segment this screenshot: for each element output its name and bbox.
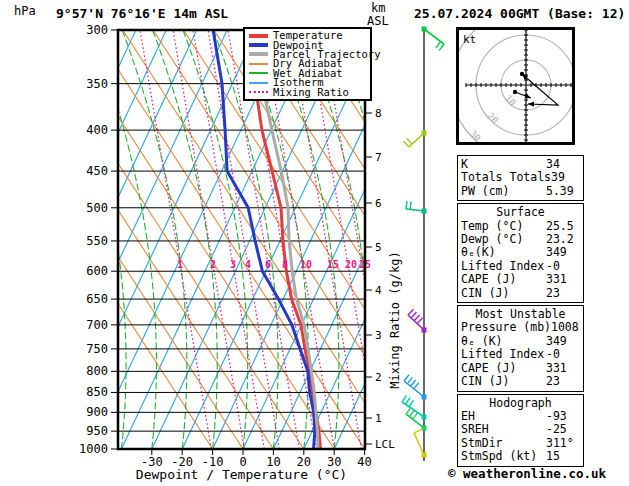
wet-adiabat-line <box>0 30 35 449</box>
stats-row-label: StmDir <box>461 437 503 450</box>
stats-section-title: Surface <box>461 206 580 219</box>
stats-row: CIN (J)23 <box>461 287 580 300</box>
stats-row-value: 34 <box>546 158 580 171</box>
legend-swatch-thin <box>249 72 268 74</box>
stats-row: CAPE (J)331 <box>461 273 580 286</box>
km-tick-label: 8 <box>375 107 382 120</box>
mixing-ratio-label: 4 <box>245 259 251 270</box>
stats-row-value: 1008 <box>551 321 585 334</box>
stats-row-label: CAPE (J) <box>461 362 516 375</box>
stats-row-label: Dewp (°C) <box>461 233 523 246</box>
stats-row-label: EH <box>461 410 475 423</box>
wet-adiabat-line <box>183 30 248 449</box>
skewt-sounding-screen: hPa 9°57'N 76°16'E 14m ASL km ASL 25.07.… <box>0 0 629 486</box>
wind-barb <box>404 375 427 400</box>
isotherm-line <box>0 30 166 449</box>
stats-row: Pressure (mb)1008 <box>461 321 580 334</box>
km-tick-label: 4 <box>375 284 382 297</box>
stats-row-value: 349 <box>546 335 580 348</box>
stats-row: PW (cm)5.39 <box>461 185 580 198</box>
stats-row-label: K <box>461 158 468 171</box>
wind-barb <box>414 430 427 458</box>
stats-row-label: CAPE (J) <box>461 273 516 286</box>
stats-row-label: Lifted Index <box>461 348 544 361</box>
pressure-tick-label: 600 <box>86 264 108 278</box>
stats-row-value: 15 <box>546 450 580 463</box>
pressure-tick-label: 800 <box>86 364 108 378</box>
pressure-tick-label: 400 <box>86 123 108 137</box>
stats-section-surface: SurfaceTemp (°C)25.5Dewp (°C)23.2θₑ(K)34… <box>457 203 584 303</box>
km-tick-label: 2 <box>375 371 382 384</box>
stats-row-value: 311° <box>546 437 580 450</box>
isotherm-line <box>0 30 45 449</box>
wet-adiabat-line <box>0 30 4 449</box>
stats-row-value: 25.5 <box>546 220 580 233</box>
copyright-footer: © weatheronline.co.uk <box>448 466 606 481</box>
isotherm-line <box>0 30 136 449</box>
stats-row-label: CIN (J) <box>461 375 509 388</box>
stats-row-label: Lifted Index <box>461 260 544 273</box>
stats-row-label: StmSpd (kt) <box>461 450 537 463</box>
pressure-tick-label: 750 <box>86 342 108 356</box>
hodograph-trace-dot <box>513 90 517 94</box>
stats-row: K34 <box>461 158 580 171</box>
mixing-ratio-line <box>173 30 244 449</box>
km-tick-label: 7 <box>375 151 382 164</box>
stats-row-label: SREH <box>461 423 489 436</box>
stats-panel: K34Totals Totals39PW (cm)5.39SurfaceTemp… <box>457 155 584 469</box>
pressure-tick-label: 650 <box>86 292 108 306</box>
legend-swatch-thick <box>249 43 268 47</box>
stats-section-title: Hodograph <box>461 397 580 410</box>
stats-section-hodograph: HodographEH-93SREH-25StmDir311°StmSpd (k… <box>457 394 584 467</box>
pressure-tick-label: 850 <box>86 385 108 399</box>
stats-section-most-unstable: Most UnstablePressure (mb)1008θₑ (K)349L… <box>457 305 584 391</box>
pressure-tick-label: 950 <box>86 424 108 438</box>
stats-row-label: θₑ (K) <box>461 335 503 348</box>
legend-label: Mixing Ratio <box>273 88 349 97</box>
stats-row-value: -0 <box>546 260 580 273</box>
stats-row-value: 39 <box>551 171 585 184</box>
stats-row-label: PW (cm) <box>461 185 509 198</box>
pressure-tick-label: 450 <box>86 164 108 178</box>
pressure-tick-label: 500 <box>86 201 108 215</box>
mixing-ratio-label: 3 <box>230 259 236 270</box>
legend-item: Mixing Ratio <box>249 87 370 96</box>
stats-row: Dewp (°C)23.2 <box>461 233 580 246</box>
stats-row: Totals Totals39 <box>461 171 580 184</box>
pressure-tick-label: 550 <box>86 234 108 248</box>
stats-row: θₑ(K)349 <box>461 246 580 259</box>
stats-row-label: Pressure (mb) <box>461 321 551 334</box>
stats-row: Lifted Index-0 <box>461 260 580 273</box>
lcl-label: LCL <box>375 438 395 451</box>
mixing-ratio-label: 15 <box>327 259 339 270</box>
legend-swatch-thick <box>249 34 268 38</box>
stats-row: EH-93 <box>461 410 580 423</box>
stats-row: StmSpd (kt)15 <box>461 450 580 463</box>
pressure-tick-label: 300 <box>86 23 108 37</box>
stats-row: Lifted Index-0 <box>461 348 580 361</box>
wind-barb <box>404 131 427 148</box>
wet-adiabat-line <box>1 30 66 449</box>
isotherm-line <box>0 30 14 449</box>
stats-section-indices: K34Totals Totals39PW (cm)5.39 <box>457 155 584 201</box>
mixing-ratio-label: 2 <box>210 259 216 270</box>
stats-row: CIN (J)23 <box>461 375 580 388</box>
legend-swatch-thick <box>249 52 268 56</box>
stats-row-value: -0 <box>546 348 580 361</box>
pressure-tick-label: 1000 <box>79 442 108 456</box>
stats-row: Temp (°C)25.5 <box>461 220 580 233</box>
wet-adiabat-line <box>396 30 461 449</box>
stats-row-value: 23 <box>546 287 580 300</box>
km-tick-label: 6 <box>375 197 382 210</box>
mixing-ratio-label: 1 <box>177 259 183 270</box>
dry-adiabat-line <box>0 30 243 449</box>
wet-adiabat-line <box>153 30 218 449</box>
stats-row-value: 5.39 <box>546 185 580 198</box>
wet-adiabat-line <box>578 30 629 449</box>
pressure-tick-label: 700 <box>86 318 108 332</box>
stats-section-title: Most Unstable <box>461 308 580 321</box>
legend-swatch-dotted <box>249 91 268 93</box>
km-tick-label: 5 <box>375 241 382 254</box>
stats-row-value: -25 <box>546 423 580 436</box>
pressure-tick-label: 900 <box>86 405 108 419</box>
